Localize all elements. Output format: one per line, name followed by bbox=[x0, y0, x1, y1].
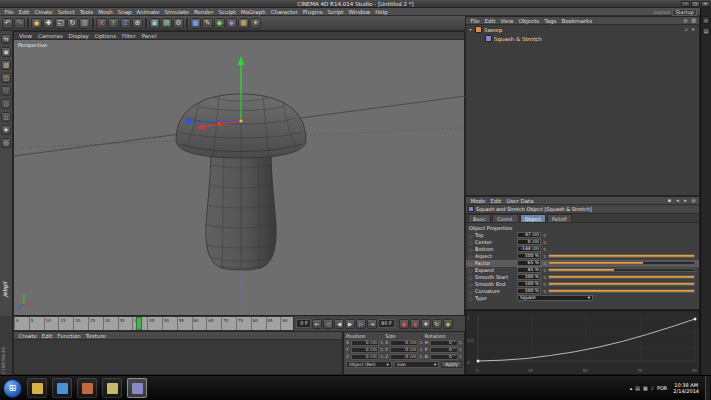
menu-item[interactable]: Animate bbox=[134, 9, 162, 15]
object-row[interactable]: ▾ Sweep ▫ ✕ bbox=[466, 25, 699, 34]
transport-button[interactable]: ⇥ bbox=[367, 319, 377, 329]
palette-icon[interactable]: ◎ bbox=[1, 138, 11, 148]
transport-button[interactable]: ▷ bbox=[356, 319, 366, 329]
object-tags[interactable]: ▫ ✕ bbox=[685, 27, 696, 32]
coordinate-field[interactable]: 0 cm bbox=[390, 347, 418, 353]
param-slider[interactable] bbox=[548, 268, 695, 272]
param-slider[interactable] bbox=[548, 282, 695, 286]
object-icon[interactable] bbox=[485, 35, 492, 42]
start-button[interactable]: ⊞ bbox=[3, 379, 22, 398]
menu-item[interactable]: Window bbox=[346, 9, 373, 15]
coordinate-field[interactable]: 0 ° bbox=[430, 354, 458, 360]
toolbar-icon[interactable]: ✚ bbox=[43, 18, 54, 29]
toolbar-icon[interactable]: ▤ bbox=[161, 18, 172, 29]
object-origin-dot[interactable] bbox=[239, 119, 242, 122]
coordinate-field[interactable]: 0 cm bbox=[390, 354, 418, 360]
transport-button[interactable]: ◀ bbox=[334, 319, 344, 329]
viewport-menu-item[interactable]: Panel bbox=[139, 33, 160, 39]
object-icon[interactable] bbox=[475, 26, 482, 33]
toolbar-icon[interactable]: ↻ bbox=[67, 18, 78, 29]
animation-dot-icon[interactable]: ○ bbox=[469, 282, 473, 287]
taskbar-app-button[interactable] bbox=[127, 378, 147, 398]
z-axis-knob[interactable] bbox=[186, 119, 191, 124]
viewport-menu-item[interactable]: Filter bbox=[119, 33, 139, 39]
menu-item[interactable]: Tools bbox=[77, 9, 96, 15]
menu-item[interactable]: Simulate bbox=[162, 9, 191, 15]
animation-dot-icon[interactable]: ○ bbox=[469, 254, 473, 259]
attribute-toolbar-icon[interactable]: ◎ bbox=[690, 197, 697, 204]
param-slider[interactable] bbox=[548, 289, 695, 293]
viewport-menu-item[interactable]: View bbox=[16, 33, 35, 39]
material-menu-item[interactable]: Create bbox=[16, 333, 39, 339]
object-name[interactable]: Sweep bbox=[484, 27, 502, 33]
language-indicator[interactable]: POR bbox=[657, 385, 667, 391]
palette-icon[interactable]: ◫ bbox=[1, 73, 11, 83]
toolbar-icon[interactable]: ⚙ bbox=[173, 18, 184, 29]
perspective-viewport[interactable]: ViewCamerasDisplayOptionsFilterPanel Per… bbox=[13, 31, 465, 316]
layout-dropdown[interactable]: Startup bbox=[672, 9, 697, 16]
menu-item[interactable]: Select bbox=[55, 9, 77, 15]
spinner-icon[interactable]: ⇅ bbox=[419, 347, 422, 352]
palette-icon[interactable]: ✚ bbox=[1, 125, 11, 135]
object-name[interactable]: Squash & Stretch bbox=[494, 36, 542, 42]
tray-icon[interactable]: ♪ bbox=[651, 385, 654, 391]
toolbar-icon[interactable]: ⊕ bbox=[132, 18, 143, 29]
menu-item[interactable]: File bbox=[2, 9, 16, 15]
attribute-tab[interactable]: Falloff bbox=[547, 214, 572, 222]
toolbar-icon[interactable] bbox=[92, 18, 94, 29]
param-slider[interactable] bbox=[548, 261, 695, 265]
keyframe-point[interactable] bbox=[477, 360, 480, 363]
toolbar-icon[interactable]: Y bbox=[108, 18, 119, 29]
toolbar-icon[interactable]: ◉ bbox=[31, 18, 42, 29]
record-button[interactable]: ◆ bbox=[443, 319, 453, 329]
transport-button[interactable]: ⇤ bbox=[312, 319, 322, 329]
toolbar-icon[interactable]: ◆ bbox=[214, 18, 225, 29]
toolbar-icon[interactable]: ◈ bbox=[226, 18, 237, 29]
coordinate-field[interactable]: 0 ° bbox=[430, 340, 458, 346]
spinner-icon[interactable]: ⇅ bbox=[459, 354, 462, 359]
toolbar-icon[interactable] bbox=[145, 18, 147, 29]
palette-icon[interactable]: ∷ bbox=[1, 86, 11, 96]
coordinate-field[interactable]: 0 cm bbox=[351, 340, 379, 346]
param-value-field[interactable]: 65 % bbox=[517, 260, 541, 266]
object-manager-menu-item[interactable]: Bookmarks bbox=[559, 18, 595, 24]
viewport-menu-item[interactable]: Cameras bbox=[35, 33, 65, 39]
toolbar-icon[interactable]: ☀ bbox=[250, 18, 261, 29]
object-manager-toolbar-icon[interactable]: ▥ bbox=[690, 17, 697, 24]
attribute-toolbar-icon[interactable]: ▸ bbox=[682, 197, 689, 204]
coordinate-field[interactable]: 0 cm bbox=[351, 347, 379, 353]
size-mode-dropdown[interactable]: Size▾ bbox=[394, 361, 440, 368]
animation-dot-icon[interactable]: ○ bbox=[469, 240, 473, 245]
spinner-icon[interactable]: ⇅ bbox=[380, 340, 383, 345]
toolbar-icon[interactable]: ▥ bbox=[79, 18, 90, 29]
apply-button[interactable]: Apply bbox=[441, 361, 462, 368]
attribute-toolbar-icon[interactable]: ◂ bbox=[674, 197, 681, 204]
viewport-menu-item[interactable]: Options bbox=[92, 33, 119, 39]
animation-curve[interactable] bbox=[478, 319, 695, 361]
animation-dot-icon[interactable]: ○ bbox=[469, 296, 473, 301]
param-value-field[interactable]: 100 % bbox=[517, 253, 541, 259]
toolbar-icon[interactable] bbox=[27, 18, 29, 29]
menu-item[interactable]: Plugins bbox=[300, 9, 325, 15]
tray-icon[interactable]: ▦ bbox=[643, 385, 648, 391]
value-spinner-icon[interactable]: ⇅ bbox=[543, 233, 546, 238]
param-value-field[interactable]: 47 cm bbox=[517, 232, 541, 238]
value-spinner-icon[interactable]: ⇅ bbox=[543, 240, 546, 245]
strip-icon[interactable]: ◎ bbox=[702, 16, 710, 24]
x-axis-knob[interactable] bbox=[217, 122, 221, 126]
viewport-menu-item[interactable]: Display bbox=[66, 33, 92, 39]
palette-icon[interactable]: ▨ bbox=[1, 60, 11, 70]
record-button[interactable]: ● bbox=[399, 319, 409, 329]
menu-item[interactable]: Mesh bbox=[96, 9, 115, 15]
attribute-tab[interactable]: Coord. bbox=[492, 214, 518, 222]
toolbar-icon[interactable]: Z bbox=[120, 18, 131, 29]
animation-dot-icon[interactable]: ○ bbox=[469, 247, 473, 252]
param-value-field[interactable]: 100 % bbox=[517, 288, 541, 294]
window-control-button[interactable]: □ bbox=[691, 1, 700, 7]
coordinate-field[interactable]: 0 ° bbox=[430, 347, 458, 353]
expand-caret-icon[interactable]: ▾ bbox=[468, 27, 473, 32]
menu-item[interactable]: Render bbox=[191, 9, 216, 15]
value-spinner-icon[interactable]: ⇅ bbox=[543, 247, 546, 252]
object-manager-menu-item[interactable]: View bbox=[498, 18, 516, 24]
taskbar-app-button[interactable] bbox=[27, 378, 47, 398]
